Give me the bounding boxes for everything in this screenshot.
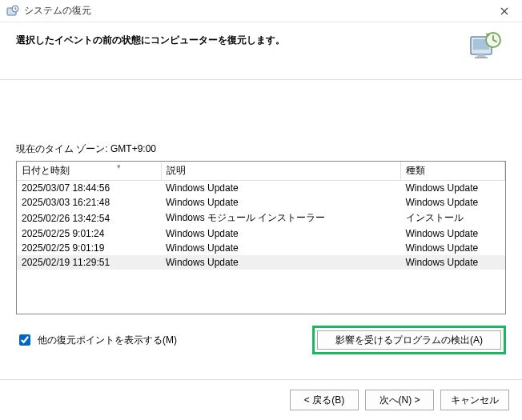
back-button[interactable]: < 戻る(B)	[290, 390, 359, 410]
table-cell-date: 2025/02/25 9:01:24	[17, 226, 161, 241]
restore-icon	[6, 5, 19, 18]
column-header-desc-label: 説明	[167, 165, 186, 176]
table-row[interactable]: 2025/03/03 16:21:48Windows UpdateWindows…	[17, 195, 505, 210]
header-text: 選択したイベントの前の状態にコンピューターを復元します。	[16, 32, 285, 47]
restore-points-table[interactable]: 日付と時刻 ▾ 説明 種類 2025/03/07 18:44:56Windows…	[16, 161, 506, 314]
table-row[interactable]: 2025/02/19 11:29:51Windows UpdateWindows…	[17, 255, 505, 270]
column-header-desc[interactable]: 説明	[161, 162, 401, 181]
scan-button-highlight: 影響を受けるプログラムの検出(A)	[312, 326, 506, 354]
table-cell-type: Windows Update	[401, 195, 505, 210]
svg-rect-4	[477, 54, 485, 57]
table-cell-desc: Windows モジュール インストーラー	[161, 210, 401, 226]
table-cell-date: 2025/03/03 16:21:48	[17, 195, 161, 210]
column-header-date[interactable]: 日付と時刻 ▾	[17, 162, 161, 181]
table-cell-type: Windows Update	[401, 255, 505, 270]
table-row[interactable]: 2025/02/26 13:42:54Windows モジュール インストーラー…	[17, 210, 505, 226]
system-restore-large-icon	[468, 30, 503, 65]
cancel-button[interactable]: キャンセル	[440, 390, 509, 410]
table-cell-desc: Windows Update	[161, 241, 401, 255]
column-header-date-label: 日付と時刻	[22, 165, 70, 176]
show-more-checkbox-label: 他の復元ポイントを表示する(M)	[38, 334, 177, 347]
table-row[interactable]: 2025/02/25 9:01:19Windows UpdateWindows …	[17, 241, 505, 255]
table-cell-date: 2025/02/19 11:29:51	[17, 255, 161, 270]
show-more-checkbox-input[interactable]	[19, 334, 30, 346]
header-area: 選択したイベントの前の状態にコンピューターを復元します。	[0, 22, 522, 80]
table-cell-type: Windows Update	[401, 226, 505, 241]
sort-indicator-icon: ▾	[117, 162, 121, 170]
show-more-checkbox[interactable]: 他の復元ポイントを表示する(M)	[16, 332, 177, 348]
table-cell-type: Windows Update	[401, 241, 505, 255]
table-cell-date: 2025/02/26 13:42:54	[17, 210, 161, 226]
close-button[interactable]	[487, 0, 522, 22]
table-cell-desc: Windows Update	[161, 255, 401, 270]
svg-rect-5	[475, 57, 488, 58]
column-header-type-label: 種類	[406, 165, 425, 176]
window-title: システムの復元	[24, 4, 91, 18]
column-header-type[interactable]: 種類	[401, 162, 505, 181]
table-row-empty	[17, 284, 505, 298]
table-row[interactable]: 2025/02/25 9:01:24Windows UpdateWindows …	[17, 226, 505, 241]
table-cell-type: インストール	[401, 210, 505, 226]
table-cell-desc: Windows Update	[161, 226, 401, 241]
titlebar: システムの復元	[0, 0, 522, 22]
table-cell-type: Windows Update	[401, 181, 505, 196]
table-cell-date: 2025/02/25 9:01:19	[17, 241, 161, 255]
timezone-label: 現在のタイム ゾーン: GMT+9:00	[16, 142, 506, 156]
scan-affected-programs-button[interactable]: 影響を受けるプログラムの検出(A)	[317, 330, 501, 350]
table-row-empty	[17, 298, 505, 313]
next-button[interactable]: 次へ(N) >	[365, 390, 434, 410]
content-area: 現在のタイム ゾーン: GMT+9:00 日付と時刻 ▾ 説明 種類	[0, 80, 522, 362]
table-cell-desc: Windows Update	[161, 181, 401, 196]
table-cell-desc: Windows Update	[161, 195, 401, 210]
footer: < 戻る(B) 次へ(N) > キャンセル	[0, 379, 522, 420]
table-row[interactable]: 2025/03/07 18:44:56Windows UpdateWindows…	[17, 181, 505, 196]
table-cell-date: 2025/03/07 18:44:56	[17, 181, 161, 196]
table-row-empty	[17, 270, 505, 284]
